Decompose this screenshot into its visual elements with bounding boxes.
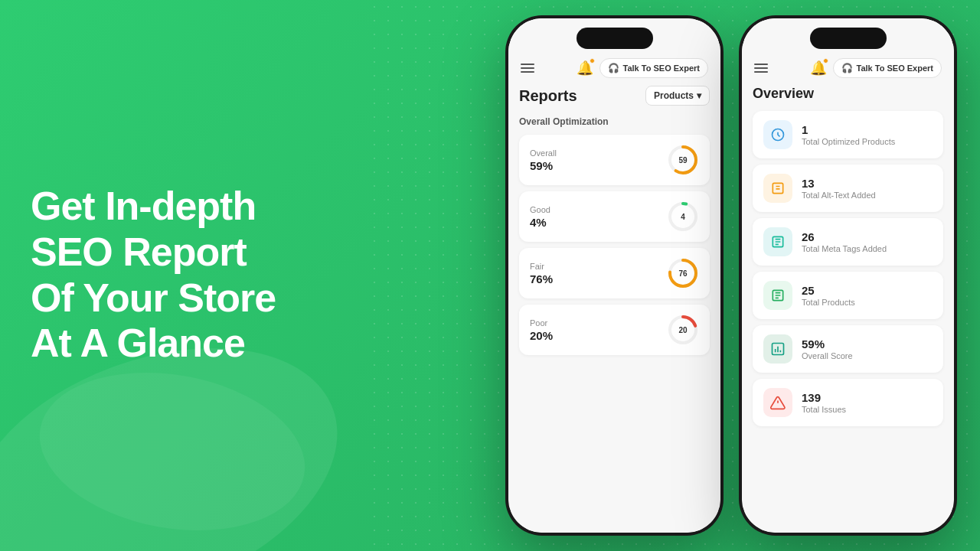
circle-number: 76 [678, 269, 687, 278]
chevron-down-icon: ▾ [697, 90, 701, 101]
phone-2: 🔔 🎧 Talk To SEO Expert Overview [739, 15, 957, 536]
overview-icon-wrap-2 [763, 227, 792, 256]
stat-card-fair: Fair 76% 76 [519, 248, 710, 298]
talk-seo-expert-button-1[interactable]: 🎧 Talk To SEO Expert [599, 58, 708, 78]
overview-value-2: 26 [802, 230, 887, 243]
overview-title: Overview [753, 86, 943, 102]
circle-progress-badge: 59 [667, 144, 699, 176]
stat-value: 20% [530, 329, 553, 342]
notification-dot-2 [823, 58, 828, 64]
overview-info-5: 139 Total Issues [802, 391, 846, 414]
hero-headline: Get In-depth SEO Report Of Your Store At… [31, 184, 337, 367]
overview-card-2: 26 Total Meta Tags Added [753, 218, 943, 266]
stat-info: Good 4% [530, 205, 550, 229]
overview-icon-wrap-0 [763, 120, 792, 149]
overview-info-0: 1 Total Optimized Products [802, 123, 895, 146]
overview-icon-wrap-4 [763, 334, 792, 364]
stat-label: Good [530, 205, 550, 214]
circle-number: 59 [678, 156, 687, 165]
phone-2-inner: 🔔 🎧 Talk To SEO Expert Overview [742, 18, 954, 533]
hero-text: Get In-depth SEO Report Of Your Store At… [31, 184, 337, 367]
phone-1-inner: 🔔 🎧 Talk To SEO Expert Reports [508, 18, 720, 533]
header-right-icons: 🔔 🎧 Talk To SEO Expert [577, 58, 708, 78]
overview-label-3: Total Products [802, 298, 855, 307]
overview-icon-wrap-5 [763, 388, 792, 417]
stat-card-good: Good 4% 4 [519, 191, 710, 242]
overview-card-0: 1 Total Optimized Products [753, 111, 943, 158]
reports-title: Reports [519, 87, 577, 105]
overview-value-1: 13 [802, 177, 876, 190]
talk-seo-expert-button-2[interactable]: 🎧 Talk To SEO Expert [833, 58, 942, 78]
overview-screen: Overview 1 Total Optimized Products 13 T… [742, 86, 954, 533]
overview-value-5: 139 [802, 391, 846, 404]
overview-value-0: 1 [802, 123, 895, 136]
stat-label: Poor [530, 318, 553, 328]
overview-info-3: 25 Total Products [802, 284, 855, 307]
stat-card-poor: Poor 20% 20 [519, 305, 710, 355]
overall-optimization-label: Overall Optimization [519, 116, 710, 127]
overview-value-4: 59% [802, 337, 853, 350]
phone-1: 🔔 🎧 Talk To SEO Expert Reports [505, 15, 724, 536]
stat-value: 59% [530, 159, 557, 172]
stat-info: Overall 59% [530, 148, 557, 172]
background: Get In-depth SEO Report Of Your Store At… [0, 0, 980, 551]
products-dropdown[interactable]: Products ▾ [645, 86, 710, 106]
phone-2-screen: 🔔 🎧 Talk To SEO Expert Overview [742, 18, 954, 533]
overview-label-2: Total Meta Tags Added [802, 244, 887, 253]
overview-label-1: Total Alt-Text Added [802, 191, 876, 200]
stat-info: Poor 20% [530, 318, 553, 342]
overview-label-4: Overall Score [802, 351, 853, 360]
dynamic-island-1 [577, 28, 653, 49]
stat-info: Fair 76% [530, 262, 553, 285]
phones-container: 🔔 🎧 Talk To SEO Expert Reports [505, 15, 957, 536]
notification-icon-2[interactable]: 🔔 [810, 60, 827, 77]
overview-card-5: 139 Total Issues [753, 379, 943, 426]
overview-info-4: 59% Overall Score [802, 337, 853, 360]
phone-1-screen: 🔔 🎧 Talk To SEO Expert Reports [508, 18, 720, 533]
reports-header: Reports Products ▾ [519, 86, 710, 106]
hamburger-menu[interactable] [521, 64, 534, 73]
reports-screen: Reports Products ▾ Overall Optimization … [508, 86, 720, 533]
circle-progress-badge: 76 [667, 257, 699, 289]
overview-info-2: 26 Total Meta Tags Added [802, 230, 887, 253]
stat-value: 4% [530, 216, 550, 229]
overview-icon-wrap-3 [763, 281, 792, 310]
notification-icon[interactable]: 🔔 [577, 60, 593, 77]
overview-card-4: 59% Overall Score [753, 325, 943, 373]
circle-progress-badge: 4 [667, 201, 699, 233]
overview-card-3: 25 Total Products [753, 272, 943, 319]
overview-label-0: Total Optimized Products [802, 137, 895, 146]
overview-info-1: 13 Total Alt-Text Added [802, 177, 876, 200]
stat-value: 76% [530, 272, 553, 285]
stat-card-overall: Overall 59% 59 [519, 135, 710, 185]
circle-number: 20 [678, 326, 687, 334]
circle-number: 4 [681, 213, 685, 221]
hamburger-menu-2[interactable] [754, 64, 768, 73]
notification-dot [590, 58, 595, 64]
overview-icon-wrap-1 [763, 174, 792, 203]
overview-label-5: Total Issues [802, 405, 846, 414]
headset-icon-1: 🎧 [608, 63, 619, 73]
dynamic-island-2 [810, 28, 887, 49]
headset-icon-2: 🎧 [841, 63, 853, 73]
stat-label: Fair [530, 262, 553, 271]
circle-progress-badge: 20 [667, 314, 699, 346]
overview-value-3: 25 [802, 284, 855, 297]
header-right-icons-2: 🔔 🎧 Talk To SEO Expert [810, 58, 942, 78]
stat-cards-container: Overall 59% 59 Good 4% 4 Fair 76% [519, 135, 710, 355]
overview-cards-container: 1 Total Optimized Products 13 Total Alt-… [753, 111, 943, 426]
overview-card-1: 13 Total Alt-Text Added [753, 165, 943, 212]
stat-label: Overall [530, 148, 557, 158]
